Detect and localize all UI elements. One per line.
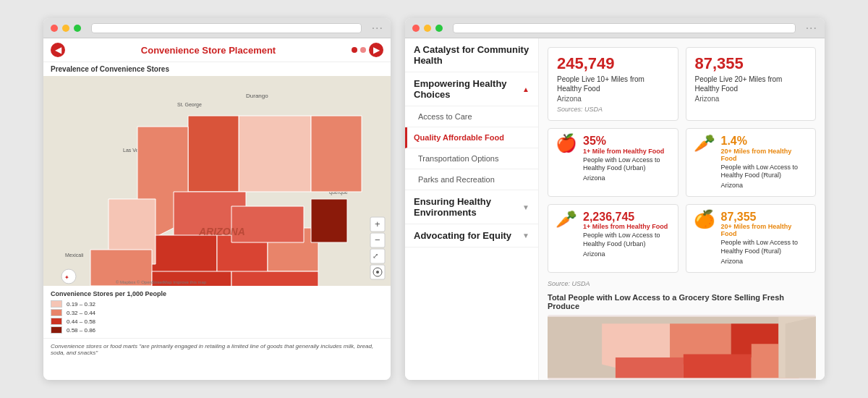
- right-titlebar: ···: [405, 18, 825, 38]
- top-stats-row: 245,749 People Live 10+ Miles from Healt…: [548, 47, 816, 121]
- mini-map: [548, 315, 816, 380]
- icon-stat-info-2m: 2,236,745 1+ Miles from Healthy Food Peo…: [583, 211, 671, 259]
- svg-marker-13: [188, 116, 239, 192]
- url-bar-right[interactable]: [453, 23, 796, 33]
- data-panel: 245,749 People Live 10+ Miles from Healt…: [539, 38, 825, 380]
- carrot-icon-1: 🥕: [694, 135, 715, 152]
- sidebar-item-ensuring[interactable]: Ensuring Healthy Environments ▼: [405, 190, 538, 224]
- dot-indicator2: [360, 47, 366, 53]
- svg-text:Mexicali: Mexicali: [65, 253, 84, 258]
- menu-dots-left[interactable]: ···: [372, 22, 383, 35]
- icon-stat-2m: 🥕 2,236,745 1+ Miles from Healthy Food P…: [548, 204, 678, 273]
- sidebar-item-access[interactable]: Access to Care: [405, 106, 538, 127]
- mini-map-svg: [548, 315, 816, 380]
- svg-marker-43: [616, 357, 684, 378]
- icon-stat-info-35pct: 35% 1+ Mile from Healthy Food People wit…: [583, 135, 671, 183]
- mini-map-title: Total People with Low Access to a Grocer…: [548, 293, 816, 310]
- legend-color-1: [51, 300, 62, 308]
- icon-stat-87k-bottom: 🍊 87,355 20+ Miles from Healthy Food Peo…: [686, 204, 817, 273]
- close-dot-right[interactable]: [412, 25, 420, 32]
- svg-marker-44: [684, 354, 752, 378]
- arrow-up-icon: ▲: [522, 85, 529, 93]
- stat-loc-87k-b: Arizona: [721, 258, 809, 266]
- sidebar-item-advocating[interactable]: Advocating for Equity ▼: [405, 224, 538, 247]
- svg-text:+: +: [375, 219, 380, 229]
- legend-item-3: 0.44 – 0.58: [51, 318, 383, 325]
- svg-text:⤢: ⤢: [373, 252, 378, 260]
- close-dot[interactable]: [51, 25, 58, 32]
- legend-color-3: [51, 318, 62, 325]
- sidebar: A Catalyst for Community Health Empoweri…: [405, 38, 539, 380]
- stat-card-87k-top: 87,355 People Live 20+ Miles from Health…: [686, 47, 817, 121]
- stat-sub-20mile: 20+ Miles from Healthy Food: [721, 148, 809, 162]
- stat-loc-35pct: Arizona: [583, 174, 671, 183]
- legend-color-4: [51, 326, 62, 334]
- left-content-area: ◀ Convenience Store Placement ▶ Prevalen…: [43, 38, 391, 380]
- icon-stat-info-1pt4: 1.4% 20+ Miles from Healthy Food People …: [721, 135, 809, 190]
- sidebar-item-transportation[interactable]: Transportation Options: [405, 148, 538, 169]
- icon-stat-info-87k: 87,355 20+ Miles from Healthy Food Peopl…: [721, 211, 809, 266]
- sidebar-item-quality-food[interactable]: Quality Affordable Food: [405, 127, 538, 148]
- icon-stat-1pt4pct: 🥕 1.4% 20+ Miles from Healthy Food Peopl…: [686, 128, 817, 197]
- legend-item-4: 0.58 – 0.86: [51, 326, 383, 334]
- next-arrow[interactable]: ▶: [369, 43, 383, 57]
- stat-number-245k: 245,749: [557, 55, 669, 72]
- carrot-icon-2: 🥕: [556, 211, 577, 228]
- sidebar-item-parks[interactable]: Parks and Recreation: [405, 169, 538, 190]
- legend-label-4: 0.58 – 0.86: [67, 327, 95, 334]
- svg-text:St. George: St. George: [177, 102, 202, 108]
- minimize-dot[interactable]: [62, 25, 69, 32]
- stat-desc-35pct: People with Low Access to Healthy Food (…: [583, 156, 671, 173]
- stat-source-1: Sources: USDA: [557, 106, 669, 113]
- maximize-dot[interactable]: [74, 25, 81, 32]
- stat-sub-1mile-2: 1+ Miles from Healthy Food: [583, 223, 671, 230]
- icon-stat-row-2: 🥕 2,236,745 1+ Miles from Healthy Food P…: [548, 204, 816, 273]
- arrow-down-icon-2: ▼: [522, 232, 529, 240]
- url-bar-left[interactable]: [91, 23, 362, 33]
- svg-marker-19: [311, 199, 347, 242]
- right-browser-window: ··· A Catalyst for Community Health Empo…: [405, 18, 825, 380]
- stat-location-1: Arizona: [557, 95, 669, 103]
- stat-desc-87k: People Live 20+ Miles from Healthy Food: [695, 75, 807, 93]
- svg-marker-12: [311, 116, 362, 192]
- stat-loc-1pt4: Arizona: [721, 182, 809, 190]
- svg-point-34: [376, 271, 379, 274]
- minimize-dot-right[interactable]: [424, 25, 431, 32]
- legend-title: Convenience Stores per 1,000 People: [51, 290, 383, 297]
- maximize-dot-right[interactable]: [435, 25, 443, 32]
- legend-color-2: [51, 309, 62, 316]
- prev-arrow[interactable]: ◀: [51, 43, 65, 57]
- orange-icon: 🍊: [694, 211, 715, 228]
- stat-desc-2m: People with Low Access to Healthy Food (…: [583, 232, 671, 248]
- stat-1pt4pct: 1.4%: [721, 135, 809, 148]
- stat-location-2: Arizona: [695, 95, 807, 103]
- svg-text:© Mapbox © OpenStreetMap   Imp: © Mapbox © OpenStreetMap Improve this ma…: [116, 280, 207, 284]
- stat-2m: 2,236,745: [583, 211, 671, 224]
- stat-desc-245k: People Live 10+ Miles from Healthy Food: [557, 75, 669, 93]
- svg-text:ARIZONA: ARIZONA: [198, 226, 245, 237]
- stat-card-245k: 245,749 People Live 10+ Miles from Healt…: [548, 47, 678, 121]
- legend-label-1: 0.19 – 0.32: [67, 301, 95, 308]
- legend-item-2: 0.32 – 0.44: [51, 309, 383, 316]
- legend-items: 0.19 – 0.32 0.32 – 0.44 0.44 – 0.58 0.58…: [51, 300, 383, 334]
- stat-sub-1mile: 1+ Mile from Healthy Food: [583, 148, 671, 155]
- map-svg: Durango St. George Las Vegas Gallup Albu…: [43, 76, 391, 286]
- svg-marker-11: [239, 116, 311, 192]
- stat-loc-2m: Arizona: [583, 250, 671, 259]
- icon-stat-35pct: 🍎 35% 1+ Mile from Healthy Food People w…: [548, 128, 678, 197]
- legend-label-2: 0.32 – 0.44: [67, 310, 95, 316]
- svg-marker-47: [786, 316, 816, 378]
- sidebar-item-catalyst[interactable]: A Catalyst for Community Health: [405, 38, 538, 72]
- sidebar-item-empowering[interactable]: Empowering Healthy Choices ▲: [405, 72, 538, 106]
- dot-indicator1: [352, 47, 357, 53]
- right-content: A Catalyst for Community Health Empoweri…: [405, 38, 825, 380]
- map-title: Convenience Store Placement: [141, 45, 276, 56]
- svg-text:✦: ✦: [64, 274, 69, 281]
- menu-dots-right[interactable]: ···: [806, 22, 817, 35]
- legend-area: Convenience Stores per 1,000 People 0.19…: [43, 286, 391, 338]
- map-header: ◀ Convenience Store Placement ▶: [43, 38, 391, 62]
- stat-87k-bottom: 87,355: [721, 211, 809, 224]
- icon-stat-row-1: 🍎 35% 1+ Mile from Healthy Food People w…: [548, 128, 816, 197]
- stat-number-87k-top: 87,355: [695, 55, 807, 72]
- left-browser-window: ··· ◀ Convenience Store Placement ▶ Prev…: [43, 18, 391, 380]
